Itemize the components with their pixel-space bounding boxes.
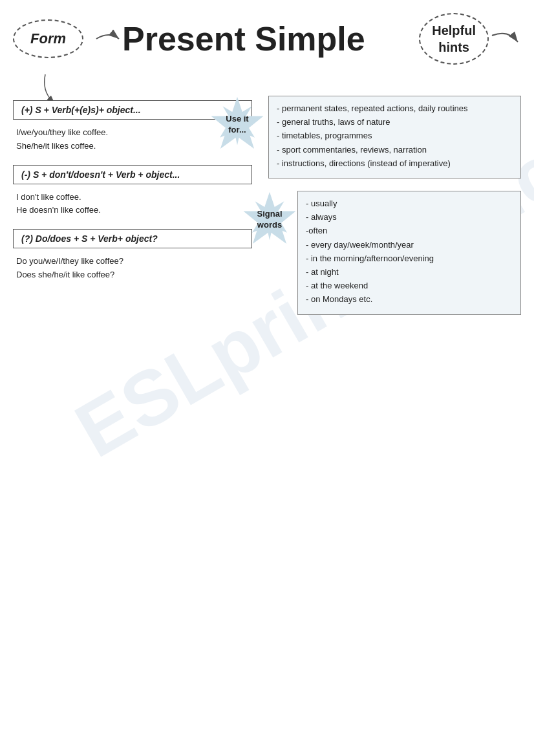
main-title: Present Simple	[122, 19, 412, 58]
list-item: - always	[306, 211, 513, 223]
signal-words-starburst: Signal words	[240, 191, 299, 249]
helpful-hints-badge: Helpful hints	[419, 13, 489, 65]
hints-arrow-icon	[489, 26, 521, 52]
question-example-1: Do you/we/I/they like coffee?	[16, 255, 252, 268]
use-it-for-text: Use it for...	[226, 114, 248, 136]
header: Form Present Simple Helpful hints	[13, 13, 521, 65]
use-it-for-box: - permanent states, repeated actions, da…	[268, 96, 521, 178]
list-item: - on Mondays etc.	[306, 294, 513, 305]
list-item: - sport commentaries, reviews, narration	[277, 144, 513, 156]
list-item: - usually	[306, 198, 513, 210]
use-it-for-starburst: Use it for...	[208, 96, 266, 154]
list-item: - every day/week/month/year	[306, 239, 513, 251]
negative-formula: (-) S + don't/doesn't + Verb + object...	[13, 165, 252, 184]
list-item: - at the weekend	[306, 280, 513, 292]
question-examples: Do you/we/I/they like coffee? Does she/h…	[13, 255, 252, 282]
list-item: - instructions, directions (instead of i…	[277, 158, 513, 169]
list-item: - permanent states, repeated actions, da…	[277, 103, 513, 114]
list-item: - timetables, programmes	[277, 130, 513, 142]
helpful-hints-line1: Helpful	[432, 22, 476, 39]
question-example-2: Does she/he/it like coffee?	[16, 268, 252, 282]
list-item: - at night	[306, 266, 513, 278]
form-label: Form	[30, 30, 66, 47]
signal-words-box: - usually - always -often - every day/we…	[297, 191, 521, 315]
signal-words-list: - usually - always -often - every day/we…	[306, 198, 513, 306]
form-badge: Form	[13, 19, 83, 58]
question-formula: (?) Do/does + S + Verb+ object?	[13, 229, 252, 248]
helpful-hints-line2: hints	[432, 39, 476, 56]
negative-example-2: He doesn'n like coffee.	[16, 204, 252, 217]
page: ESLprintable.com Form Present Simple Hel…	[0, 0, 534, 756]
negative-examples: I don't like coffee. He doesn'n like cof…	[13, 191, 252, 218]
list-item: -often	[306, 225, 513, 237]
list-item: - in the morning/afternoon/evening	[306, 253, 513, 265]
form-to-title-arrow	[93, 28, 122, 50]
use-it-for-list: - permanent states, repeated actions, da…	[277, 103, 513, 169]
negative-example-1: I don't like coffee.	[16, 191, 252, 204]
signal-words-text: Signal words	[257, 209, 282, 231]
list-item: - general truths, laws of nature	[277, 116, 513, 128]
